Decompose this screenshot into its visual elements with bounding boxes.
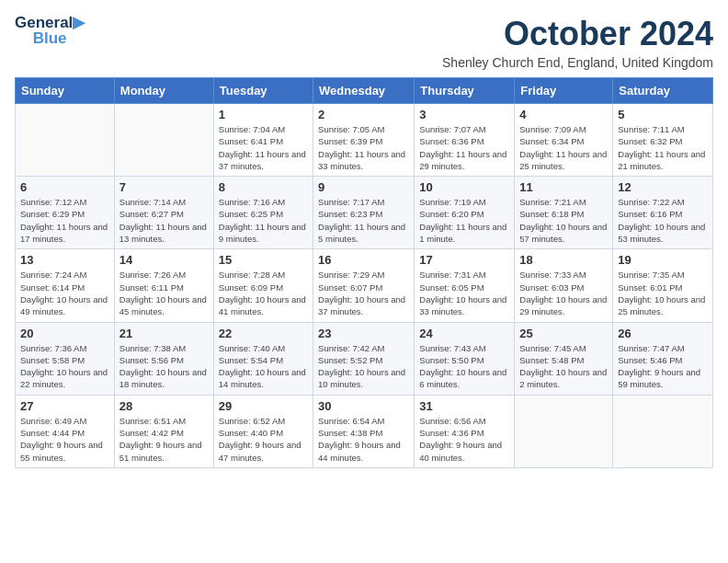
day-number: 20 [20,327,109,340]
day-info: Sunrise: 7:21 AMSunset: 6:18 PMDaylight:… [519,196,608,245]
calendar-table: SundayMondayTuesdayWednesdayThursdayFrid… [15,77,713,468]
calendar-cell: 5Sunrise: 7:11 AMSunset: 6:32 PMDaylight… [613,104,713,177]
day-info: Sunrise: 6:56 AMSunset: 4:36 PMDaylight:… [419,415,509,464]
day-number: 31 [419,399,509,413]
weekday-header-saturday: Saturday [613,78,713,104]
calendar-cell: 19Sunrise: 7:35 AMSunset: 6:01 PMDayligh… [613,249,713,322]
day-info: Sunrise: 7:40 AMSunset: 5:54 PMDaylight:… [219,342,308,391]
calendar-header: SundayMondayTuesdayWednesdayThursdayFrid… [16,78,713,104]
calendar-cell: 22Sunrise: 7:40 AMSunset: 5:54 PMDayligh… [213,322,313,395]
day-number: 10 [419,180,509,194]
calendar-cell: 14Sunrise: 7:26 AMSunset: 6:11 PMDayligh… [114,249,213,322]
calendar-cell [613,395,713,467]
day-info: Sunrise: 7:04 AMSunset: 6:41 PMDaylight:… [219,123,308,172]
calendar-cell: 27Sunrise: 6:49 AMSunset: 4:44 PMDayligh… [16,395,115,467]
day-number: 5 [618,108,708,121]
weekday-header-wednesday: Wednesday [313,78,415,104]
page-header: General▶ Blue October 2024 Shenley Churc… [15,15,713,70]
calendar-cell: 7Sunrise: 7:14 AMSunset: 6:27 PMDaylight… [114,177,213,249]
day-number: 9 [318,180,409,194]
day-number: 26 [618,327,708,340]
day-info: Sunrise: 7:07 AMSunset: 6:36 PMDaylight:… [419,123,509,172]
calendar-cell [114,104,213,177]
calendar-cell: 26Sunrise: 7:47 AMSunset: 5:46 PMDayligh… [613,322,713,395]
day-info: Sunrise: 7:38 AMSunset: 5:56 PMDaylight:… [119,342,209,391]
day-info: Sunrise: 7:26 AMSunset: 6:11 PMDaylight:… [119,269,209,317]
day-number: 3 [419,108,509,121]
day-info: Sunrise: 7:43 AMSunset: 5:50 PMDaylight:… [419,342,509,391]
weekday-header-thursday: Thursday [415,78,515,104]
calendar-cell: 16Sunrise: 7:29 AMSunset: 6:07 PMDayligh… [313,249,415,322]
calendar-cell: 18Sunrise: 7:33 AMSunset: 6:03 PMDayligh… [515,249,613,322]
calendar-cell: 31Sunrise: 6:56 AMSunset: 4:36 PMDayligh… [415,395,515,467]
calendar-cell: 20Sunrise: 7:36 AMSunset: 5:58 PMDayligh… [16,322,115,395]
day-info: Sunrise: 7:22 AMSunset: 6:16 PMDaylight:… [618,196,708,245]
day-info: Sunrise: 7:12 AMSunset: 6:29 PMDaylight:… [20,196,109,245]
logo: General▶ Blue [15,15,85,47]
day-number: 8 [219,180,308,194]
calendar-week-2: 6Sunrise: 7:12 AMSunset: 6:29 PMDaylight… [16,177,713,249]
day-number: 29 [219,399,308,413]
calendar-cell: 11Sunrise: 7:21 AMSunset: 6:18 PMDayligh… [515,177,613,249]
day-number: 17 [419,253,509,267]
day-info: Sunrise: 7:17 AMSunset: 6:23 PMDaylight:… [318,196,409,245]
day-number: 2 [318,108,409,121]
month-title: October 2024 [442,15,713,53]
calendar-cell: 4Sunrise: 7:09 AMSunset: 6:34 PMDaylight… [515,104,613,177]
day-number: 19 [618,253,708,267]
day-number: 7 [119,180,209,194]
calendar-cell: 17Sunrise: 7:31 AMSunset: 6:05 PMDayligh… [415,249,515,322]
weekday-header-tuesday: Tuesday [213,78,313,104]
day-info: Sunrise: 7:11 AMSunset: 6:32 PMDaylight:… [618,123,708,172]
calendar-week-4: 20Sunrise: 7:36 AMSunset: 5:58 PMDayligh… [16,322,713,395]
day-info: Sunrise: 7:45 AMSunset: 5:48 PMDaylight:… [519,342,608,391]
day-info: Sunrise: 6:51 AMSunset: 4:42 PMDaylight:… [119,415,209,464]
day-info: Sunrise: 7:33 AMSunset: 6:03 PMDaylight:… [519,269,608,317]
calendar-cell: 13Sunrise: 7:24 AMSunset: 6:14 PMDayligh… [16,249,115,322]
calendar-cell: 10Sunrise: 7:19 AMSunset: 6:20 PMDayligh… [415,177,515,249]
calendar-body: 1Sunrise: 7:04 AMSunset: 6:41 PMDaylight… [16,104,713,468]
calendar-week-3: 13Sunrise: 7:24 AMSunset: 6:14 PMDayligh… [16,249,713,322]
day-number: 13 [20,253,109,267]
calendar-cell: 12Sunrise: 7:22 AMSunset: 6:16 PMDayligh… [613,177,713,249]
calendar-cell: 23Sunrise: 7:42 AMSunset: 5:52 PMDayligh… [313,322,415,395]
day-number: 28 [119,399,209,413]
day-info: Sunrise: 6:54 AMSunset: 4:38 PMDaylight:… [318,415,409,464]
calendar-cell: 30Sunrise: 6:54 AMSunset: 4:38 PMDayligh… [313,395,415,467]
day-info: Sunrise: 6:49 AMSunset: 4:44 PMDaylight:… [20,415,109,464]
day-number: 16 [318,253,409,267]
day-info: Sunrise: 7:29 AMSunset: 6:07 PMDaylight:… [318,269,409,317]
calendar-cell [515,395,613,467]
day-number: 1 [219,108,308,121]
day-number: 25 [519,327,608,340]
weekday-header-row: SundayMondayTuesdayWednesdayThursdayFrid… [16,78,713,104]
calendar-cell: 29Sunrise: 6:52 AMSunset: 4:40 PMDayligh… [213,395,313,467]
day-info: Sunrise: 7:35 AMSunset: 6:01 PMDaylight:… [618,269,708,317]
day-number: 21 [119,327,209,340]
day-number: 12 [618,180,708,194]
day-number: 15 [219,253,308,267]
day-info: Sunrise: 6:52 AMSunset: 4:40 PMDaylight:… [219,415,308,464]
day-number: 30 [318,399,409,413]
day-info: Sunrise: 7:19 AMSunset: 6:20 PMDaylight:… [419,196,509,245]
calendar-cell: 1Sunrise: 7:04 AMSunset: 6:41 PMDaylight… [213,104,313,177]
title-section: October 2024 Shenley Church End, England… [442,15,713,70]
day-number: 22 [219,327,308,340]
day-info: Sunrise: 7:36 AMSunset: 5:58 PMDaylight:… [20,342,109,391]
day-number: 11 [519,180,608,194]
calendar-cell: 21Sunrise: 7:38 AMSunset: 5:56 PMDayligh… [114,322,213,395]
day-info: Sunrise: 7:28 AMSunset: 6:09 PMDaylight:… [219,269,308,317]
day-info: Sunrise: 7:24 AMSunset: 6:14 PMDaylight:… [20,269,109,317]
day-info: Sunrise: 7:09 AMSunset: 6:34 PMDaylight:… [519,123,608,172]
day-info: Sunrise: 7:16 AMSunset: 6:25 PMDaylight:… [219,196,308,245]
day-info: Sunrise: 7:14 AMSunset: 6:27 PMDaylight:… [119,196,209,245]
calendar-cell [16,104,115,177]
calendar-cell: 28Sunrise: 6:51 AMSunset: 4:42 PMDayligh… [114,395,213,467]
day-info: Sunrise: 7:42 AMSunset: 5:52 PMDaylight:… [318,342,409,391]
calendar-cell: 6Sunrise: 7:12 AMSunset: 6:29 PMDaylight… [16,177,115,249]
weekday-header-friday: Friday [515,78,613,104]
day-number: 27 [20,399,109,413]
calendar-cell: 24Sunrise: 7:43 AMSunset: 5:50 PMDayligh… [415,322,515,395]
calendar-cell: 8Sunrise: 7:16 AMSunset: 6:25 PMDaylight… [213,177,313,249]
day-number: 4 [519,108,608,121]
